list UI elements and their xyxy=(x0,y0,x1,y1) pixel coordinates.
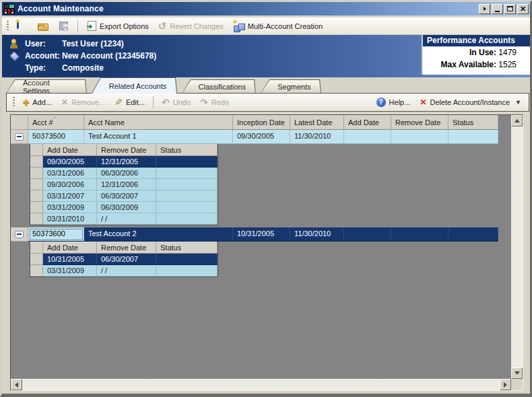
account-row-50373600[interactable]: 50373600 Test Account 2 10/31/2005 11/30… xyxy=(11,227,498,242)
column-header-remove-date[interactable]: Remove Date xyxy=(391,115,448,130)
edit-label: Edit... xyxy=(126,98,145,106)
remove-date-cell[interactable] xyxy=(391,227,448,242)
delete-x-icon: ✕ xyxy=(420,98,426,106)
instance-row[interactable]: 03/31/2007 06/30/2007 xyxy=(30,190,218,202)
scrollbar-corner xyxy=(511,379,523,390)
scroll-up-button[interactable] xyxy=(511,115,523,127)
instance-row[interactable]: 09/30/2005 12/31/2005 xyxy=(30,156,218,168)
save-button[interactable] xyxy=(55,19,73,33)
sub-column-add-date[interactable]: Add Date xyxy=(43,144,97,156)
redo-icon: ↷ xyxy=(200,98,208,107)
column-header-inception-date[interactable]: Inception Date xyxy=(233,115,290,130)
open-folder-icon xyxy=(38,24,48,31)
status-cell[interactable] xyxy=(448,227,498,242)
instance-row[interactable]: 03/31/2009 06/30/2009 xyxy=(30,202,218,213)
sub-column-remove-date[interactable]: Remove Date xyxy=(97,144,156,156)
sub-column-remove-date[interactable]: Remove Date xyxy=(97,242,156,254)
user-icon xyxy=(9,39,20,48)
maximize-button[interactable] xyxy=(504,4,516,14)
instance-row[interactable]: 03/31/2010 / / xyxy=(30,213,218,225)
inception-date-cell[interactable]: 10/31/2005 xyxy=(233,227,290,242)
instance-row[interactable]: 09/30/2006 12/31/2006 xyxy=(30,179,218,190)
account-icon xyxy=(9,51,20,61)
latest-date-cell[interactable]: 11/30/2010 xyxy=(290,130,344,144)
instance-row[interactable]: 03/31/2006 06/30/2006 xyxy=(30,168,218,179)
column-header-acct-name[interactable]: Acct Name xyxy=(84,115,233,130)
column-header-latest-date[interactable]: Latest Date xyxy=(290,115,344,130)
type-value: Composite xyxy=(62,63,104,73)
remove-button[interactable]: ✕ Remove... xyxy=(58,97,108,108)
edit-button[interactable]: ✎ Edit... xyxy=(111,96,148,108)
collapse-button[interactable] xyxy=(15,231,24,238)
type-label: Type: xyxy=(25,63,62,73)
horizontal-scrollbar-track[interactable] xyxy=(11,379,511,390)
multi-account-icon: ✦ xyxy=(233,21,244,32)
scroll-left-button[interactable] xyxy=(11,379,22,390)
column-header-add-date[interactable]: Add Date xyxy=(344,115,391,130)
minimize-button[interactable] xyxy=(492,4,503,14)
delete-account-instance-button[interactable]: ✕ Delete Account/Instance ▼ xyxy=(416,97,525,108)
remove-date-cell[interactable] xyxy=(391,130,448,144)
sub-column-add-date[interactable]: Add Date xyxy=(43,242,97,254)
column-header-acct-number[interactable]: Acct # xyxy=(28,115,84,130)
latest-date-cell[interactable]: 11/30/2010 xyxy=(290,227,344,242)
account-maintenance-window: Account Maintenance ✕ ✦ Export Options ↺… xyxy=(0,0,532,397)
window-context-button[interactable] xyxy=(479,4,490,14)
sub-column-status[interactable]: Status xyxy=(156,242,218,254)
edit-pencil-icon: ✎ xyxy=(114,98,123,107)
max-available-label: Max Available: xyxy=(423,60,496,69)
help-button[interactable]: ? Help... xyxy=(373,96,414,108)
remove-label: Remove... xyxy=(71,98,105,106)
help-icon: ? xyxy=(376,98,386,107)
vertical-scrollbar[interactable] xyxy=(511,115,523,379)
add-plus-icon: ✚ xyxy=(23,99,29,106)
instances-table-50373500: Add Date Remove Date Status 09/30/2005 1… xyxy=(30,144,218,225)
app-icon xyxy=(4,4,15,14)
acct-name-cell[interactable]: Test Account 1 xyxy=(84,130,233,144)
account-row-50373500[interactable]: 50373500 Test Account 1 09/30/2005 11/30… xyxy=(11,130,498,144)
type-icon-spacer xyxy=(9,63,20,73)
acct-number-cell-focused[interactable]: 50373600 xyxy=(28,227,84,242)
acct-number-cell[interactable]: 50373500 xyxy=(28,130,84,144)
collapse-button[interactable] xyxy=(15,133,24,141)
tab-classifications[interactable]: Classifications xyxy=(182,79,256,94)
instances-table-50373600: Add Date Remove Date Status 10/31/2005 0… xyxy=(30,242,218,277)
open-button[interactable] xyxy=(34,20,52,32)
multi-account-creation-button[interactable]: ✦ Multi-Account Creation xyxy=(230,20,326,33)
titlebar[interactable]: Account Maintenance ✕ xyxy=(2,2,530,15)
revert-changes-button[interactable]: ↺ Revert Changes xyxy=(155,20,227,32)
tab-account-settings[interactable]: Account Settings xyxy=(6,79,87,94)
redo-button[interactable]: ↷ Redo xyxy=(197,96,232,108)
status-cell[interactable] xyxy=(448,130,498,144)
vertical-scrollbar-track[interactable] xyxy=(511,115,523,379)
scroll-right-button[interactable] xyxy=(500,379,511,390)
add-button[interactable]: ✚ Add... xyxy=(20,97,55,108)
export-options-button[interactable]: Export Options xyxy=(83,20,152,32)
tab-related-accounts[interactable]: Related Accounts xyxy=(92,77,177,94)
revert-changes-label: Revert Changes xyxy=(170,22,224,30)
new-button[interactable]: ✦ xyxy=(13,20,32,33)
sub-column-status[interactable]: Status xyxy=(156,144,218,156)
grid-header-row: Acct # Acct Name Inception Date Latest D… xyxy=(11,115,498,130)
column-header-status[interactable]: Status xyxy=(448,115,498,130)
save-floppy-icon xyxy=(59,22,68,30)
tab-segments-label: Segments xyxy=(261,80,321,93)
scroll-down-button[interactable] xyxy=(511,367,523,379)
maximize-icon xyxy=(507,6,513,11)
in-use-label: In Use: xyxy=(423,48,496,57)
tab-segments[interactable]: Segments xyxy=(261,79,321,94)
instance-row[interactable]: 10/31/2005 06/30/2007 xyxy=(30,254,218,265)
add-date-cell[interactable] xyxy=(344,227,391,242)
action-toolbar-grip[interactable] xyxy=(13,97,15,108)
row-indicator-cell xyxy=(11,227,28,242)
undo-button[interactable]: ↶ Undo xyxy=(158,96,194,108)
inception-date-cell[interactable]: 09/30/2005 xyxy=(233,130,290,144)
scroll-down-icon xyxy=(514,371,520,375)
add-date-cell[interactable] xyxy=(344,130,391,144)
max-available-value: 1525 xyxy=(496,60,531,69)
toolbar-grip[interactable] xyxy=(7,21,9,32)
horizontal-scrollbar[interactable] xyxy=(11,379,511,390)
instance-row[interactable]: 03/31/2009 / / xyxy=(30,265,218,277)
acct-name-cell[interactable]: Test Account 2 xyxy=(84,227,233,242)
close-button[interactable]: ✕ xyxy=(517,4,529,14)
